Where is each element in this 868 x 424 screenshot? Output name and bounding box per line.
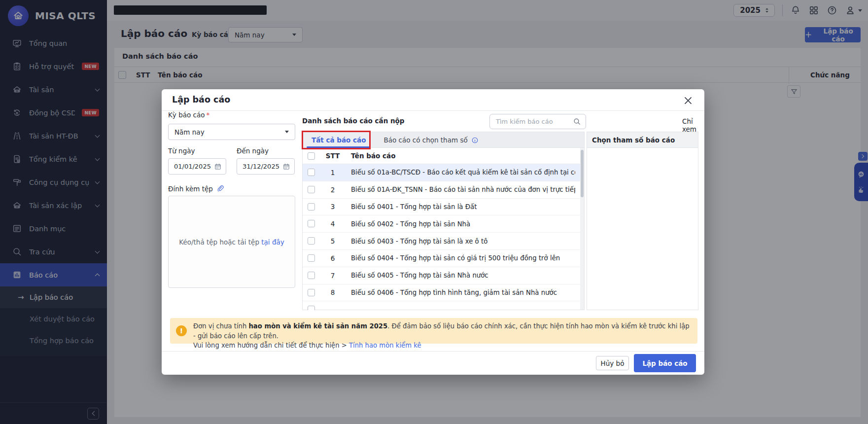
row-checkbox[interactable]: [308, 237, 315, 245]
row-checkbox[interactable]: [308, 220, 315, 227]
modal-title: Lập báo cáo: [172, 95, 230, 105]
report-table-header: STT Tên báo cáo: [303, 148, 584, 164]
report-rows: 1 Biểu số 01a-BC/TSCĐ - Báo cáo kết quả …: [303, 164, 580, 310]
file-dropzone[interactable]: Kéo/thả tệp hoặc tải tệp tại đây: [168, 196, 295, 288]
chevron-down-icon: [285, 131, 289, 133]
report-row[interactable]: 3 Biểu số 0401 - Tổng hợp tài sản là Đất: [303, 199, 580, 216]
row-checkbox[interactable]: [308, 169, 315, 176]
modal-period-select[interactable]: Năm nay: [168, 124, 295, 140]
report-tabs: Tất cả báo cáo Báo cáo có chọn tham số: [303, 132, 584, 148]
submit-create-report-button[interactable]: Lập báo cáo: [634, 354, 696, 372]
report-row[interactable]: 1 Biểu số 01a-BC/TSCĐ - Báo cáo kết quả …: [303, 164, 580, 181]
params-panel-title: Chọn tham số báo cáo: [587, 132, 698, 148]
paperclip-icon: [216, 185, 224, 193]
report-row[interactable]: 6 Biểu số 0404 - Tổng hợp tài sản có giá…: [303, 250, 580, 267]
row-checkbox[interactable]: [308, 203, 315, 211]
row-checkbox[interactable]: [308, 289, 315, 296]
report-search-box: [489, 114, 586, 129]
report-list-title: Danh sách báo cáo cần nộp: [302, 117, 405, 125]
report-row[interactable]: 4 Biểu số 0402 - Tổng hợp tài sản Nhà: [303, 215, 580, 233]
tab-all-reports[interactable]: Tất cả báo cáo: [303, 132, 375, 148]
cancel-button[interactable]: Hủy bỏ: [596, 356, 629, 370]
required-mark: *: [206, 111, 209, 119]
modal-footer: Hủy bỏ Lập báo cáo: [162, 351, 704, 375]
to-date-label: Đến ngày: [237, 147, 269, 155]
app-screen: MISA QLTS Tổng quan Hỗ trợ quyết toán NE…: [0, 0, 868, 424]
row-checkbox[interactable]: [308, 272, 315, 279]
modal-period-label: Kỳ báo cáo*: [168, 111, 209, 119]
create-report-modal: Lập báo cáo Kỳ báo cáo* Năm nay Từ ngày …: [162, 89, 704, 375]
report-params-panel: Chọn tham số báo cáo: [587, 132, 698, 310]
column-name: Tên báo cáo: [351, 152, 395, 160]
close-icon[interactable]: [683, 95, 694, 106]
to-date-input[interactable]: 31/12/2025: [237, 158, 295, 175]
modal-period-value: Năm nay: [174, 128, 285, 136]
warning-banner: ! Đơn vị chưa tính hao mòn và kiểm kê tà…: [170, 318, 697, 344]
report-row[interactable]: 5 Biểu số 0403 - Tổng hợp tài sản là xe …: [303, 233, 580, 250]
search-icon[interactable]: [573, 117, 581, 126]
report-row[interactable]: 7 Biểu số 0405 - Tổng hợp tài sản Nhà nư…: [303, 267, 580, 284]
row-checkbox[interactable]: [308, 306, 315, 310]
upload-here-link[interactable]: tại đây: [261, 238, 284, 246]
row-checkbox[interactable]: [308, 254, 315, 262]
from-date-label: Từ ngày: [168, 147, 195, 155]
report-search-input[interactable]: [496, 118, 573, 125]
info-icon[interactable]: [471, 137, 479, 144]
list-scrollbar[interactable]: [580, 148, 584, 310]
from-date-input[interactable]: 01/01/2025: [168, 158, 226, 175]
report-row[interactable]: 8 Biểu số 0406 - Tổng hợp tình hình tăng…: [303, 284, 580, 302]
depreciation-guide-link[interactable]: Tính hao mòn kiểm kê: [349, 342, 421, 349]
report-row[interactable]: [303, 301, 580, 310]
column-stt: STT: [321, 152, 344, 160]
report-list: Tất cả báo cáo Báo cáo có chọn tham số S…: [302, 132, 585, 310]
report-row[interactable]: 2 Biểu số 01A-ĐK_TSNN - Báo cáo tài sản …: [303, 181, 580, 199]
warning-icon: !: [176, 325, 187, 336]
row-checkbox[interactable]: [308, 186, 315, 193]
calendar-icon[interactable]: [282, 163, 290, 171]
select-all-reports-checkbox[interactable]: [308, 152, 315, 160]
tab-param-reports[interactable]: Báo cáo có chọn tham số: [375, 132, 487, 148]
scrollbar-thumb[interactable]: [581, 150, 584, 197]
calendar-icon[interactable]: [214, 163, 222, 171]
attachment-label: Đính kèm tệp: [168, 185, 224, 193]
modal-header: Lập báo cáo: [162, 89, 704, 111]
